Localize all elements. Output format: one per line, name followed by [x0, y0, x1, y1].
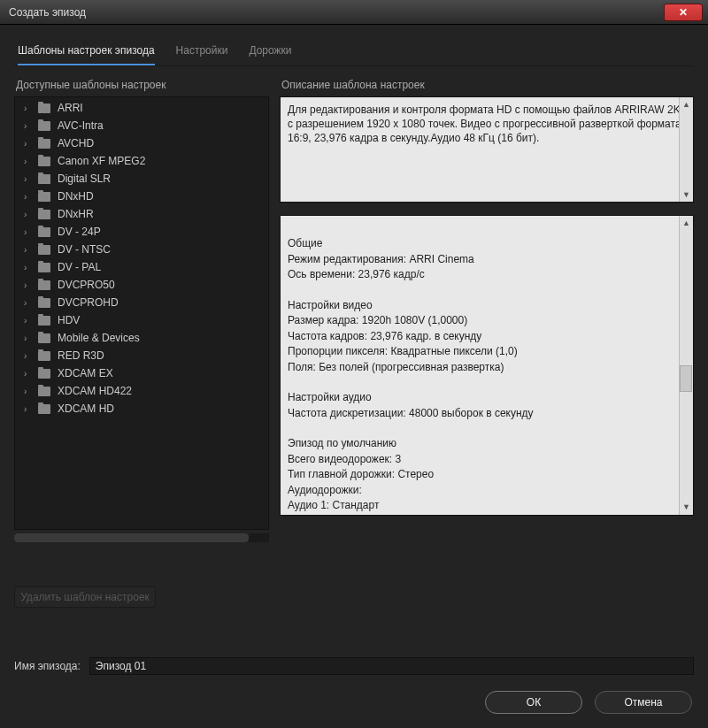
preset-folder-label: AVC-Intra	[58, 119, 104, 132]
delete-preset-button: Удалить шаблон настроек	[14, 586, 156, 608]
chevron-right-icon[interactable]: ›	[24, 210, 33, 219]
chevron-right-icon[interactable]: ›	[24, 139, 33, 149]
chevron-right-icon[interactable]: ›	[24, 227, 33, 237]
preset-folder[interactable]: ›DV - 24P	[15, 223, 268, 241]
preset-folder-label: ARRI	[58, 102, 83, 114]
preset-folder[interactable]: ›DVCPROHD	[15, 294, 268, 311]
chevron-right-icon[interactable]: ›	[24, 245, 33, 255]
preset-folder-label: XDCAM HD422	[58, 385, 132, 397]
preset-folder[interactable]: ›DNxHR	[15, 205, 268, 223]
chevron-right-icon[interactable]: ›	[24, 121, 33, 131]
preset-folder-label: RED R3D	[58, 349, 104, 362]
preset-folder[interactable]: ›RED R3D	[15, 347, 268, 364]
folder-icon	[38, 245, 50, 255]
folder-icon	[38, 404, 50, 414]
folder-icon	[38, 157, 50, 166]
close-button[interactable]: ✕	[664, 4, 703, 21]
folder-icon	[38, 333, 50, 343]
preset-description-box: Для редактирования и контроля формата HD…	[280, 96, 694, 203]
tab-tracks[interactable]: Дорожки	[249, 44, 291, 65]
chevron-right-icon[interactable]: ›	[24, 103, 33, 113]
chevron-right-icon[interactable]: ›	[24, 263, 33, 272]
chevron-right-icon[interactable]: ›	[24, 369, 33, 379]
window-title: Создать эпизод	[9, 6, 86, 19]
cancel-button[interactable]: Отмена	[595, 691, 692, 714]
chevron-right-icon[interactable]: ›	[24, 351, 33, 361]
preset-folder[interactable]: ›AVC-Intra	[15, 117, 268, 134]
preset-folder-label: DV - PAL	[58, 261, 101, 273]
preset-folder[interactable]: ›Digital SLR	[15, 170, 268, 188]
preset-folder-label: DNxHR	[58, 208, 94, 220]
chevron-right-icon[interactable]: ›	[24, 157, 33, 166]
chevron-right-icon[interactable]: ›	[24, 298, 33, 308]
preset-folder-label: Mobile & Devices	[58, 332, 140, 344]
ok-button[interactable]: ОК	[485, 691, 582, 714]
preset-details-text: Общие Режим редактирования: ARRI Cinema …	[288, 237, 534, 516]
preset-folder-label: Canon XF MPEG2	[58, 155, 145, 167]
preset-folder-label: XDCAM HD	[58, 402, 114, 415]
preset-folder[interactable]: ›XDCAM HD	[15, 400, 268, 418]
preset-folder[interactable]: ›Canon XF MPEG2	[15, 152, 268, 170]
preset-description-label: Описание шаблона настроек	[281, 79, 694, 91]
details-scrollbar[interactable]: ▲ ▼	[679, 216, 693, 515]
tab-presets[interactable]: Шаблоны настроек эпизода	[18, 44, 155, 65]
sequence-name-label: Имя эпизода:	[14, 660, 81, 672]
preset-folder-label: DNxHD	[58, 190, 94, 203]
preset-folder[interactable]: ›ARRI	[15, 99, 268, 117]
chevron-right-icon[interactable]: ›	[24, 316, 33, 326]
preset-folder[interactable]: ›AVCHD	[15, 134, 268, 152]
folder-icon	[38, 192, 50, 202]
chevron-right-icon[interactable]: ›	[24, 333, 33, 343]
preset-folder[interactable]: ›DNxHD	[15, 188, 268, 205]
folder-icon	[38, 280, 50, 290]
scroll-down-icon[interactable]: ▼	[682, 500, 690, 515]
folder-icon	[38, 139, 50, 149]
preset-folder-label: HDV	[58, 314, 80, 326]
preset-folder-label: DVCPROHD	[58, 296, 119, 309]
preset-folder[interactable]: ›HDV	[15, 311, 268, 329]
folder-icon	[38, 210, 50, 219]
close-icon: ✕	[679, 6, 688, 19]
preset-folder[interactable]: ›DVCPRO50	[15, 276, 268, 294]
chevron-right-icon[interactable]: ›	[24, 192, 33, 202]
preset-folder-label: XDCAM EX	[58, 367, 113, 379]
available-presets-panel: Доступные шаблоны настроек ›ARRI›AVC-Int…	[14, 75, 269, 641]
preset-folder[interactable]: ›XDCAM HD422	[15, 382, 268, 400]
preset-details-box: Общие Режим редактирования: ARRI Cinema …	[280, 215, 694, 516]
tree-h-scroll-thumb[interactable]	[14, 533, 249, 542]
available-presets-label: Доступные шаблоны настроек	[16, 79, 269, 91]
dialog-body: Шаблоны настроек эпизода Настройки Дорож…	[0, 25, 708, 728]
folder-icon	[38, 298, 50, 308]
preset-folder[interactable]: ›DV - NTSC	[15, 241, 268, 258]
details-scroll-thumb[interactable]	[680, 365, 692, 392]
tab-settings[interactable]: Настройки	[176, 44, 228, 65]
titlebar: Создать эпизод ✕	[0, 0, 708, 25]
chevron-right-icon[interactable]: ›	[24, 387, 33, 396]
sequence-name-input[interactable]	[89, 657, 694, 675]
panels: Доступные шаблоны настроек ›ARRI›AVC-Int…	[14, 75, 694, 641]
folder-icon	[38, 387, 50, 396]
tree-h-scrollbar[interactable]	[14, 533, 269, 542]
preset-folder[interactable]: ›DV - PAL	[15, 258, 268, 276]
chevron-right-icon[interactable]: ›	[24, 404, 33, 414]
description-scrollbar[interactable]: ▲ ▼	[679, 97, 693, 202]
tab-bar: Шаблоны настроек эпизода Настройки Дорож…	[14, 39, 694, 66]
preset-folder[interactable]: ›XDCAM EX	[15, 364, 268, 382]
preset-folder-label: DV - 24P	[58, 226, 101, 238]
preset-folder[interactable]: ›Mobile & Devices	[15, 329, 268, 347]
scroll-up-icon[interactable]: ▲	[682, 97, 690, 111]
folder-icon	[38, 263, 50, 272]
folder-icon	[38, 174, 50, 184]
sequence-name-row: Имя эпизода:	[14, 657, 694, 675]
folder-icon	[38, 121, 50, 131]
scroll-down-icon[interactable]: ▼	[682, 188, 690, 202]
preset-folder-label: AVCHD	[58, 137, 94, 149]
folder-icon	[38, 369, 50, 379]
folder-icon	[38, 227, 50, 237]
dialog-footer: ОК Отмена	[14, 691, 694, 714]
chevron-right-icon[interactable]: ›	[24, 174, 33, 184]
preset-tree[interactable]: ›ARRI›AVC-Intra›AVCHD›Canon XF MPEG2›Dig…	[14, 96, 269, 530]
chevron-right-icon[interactable]: ›	[24, 280, 33, 290]
scroll-up-icon[interactable]: ▲	[682, 216, 690, 231]
preset-folder-label: Digital SLR	[58, 172, 111, 185]
